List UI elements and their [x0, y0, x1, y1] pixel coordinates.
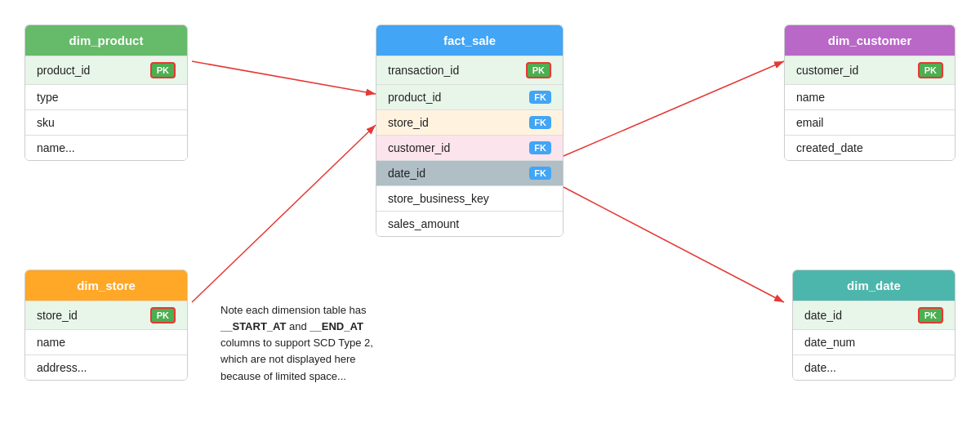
- table-row: name: [785, 84, 955, 109]
- table-dim-date: dim_date date_id PK date_num date...: [792, 270, 956, 381]
- arrow-product: [192, 61, 376, 94]
- table-row: type: [25, 84, 187, 109]
- dim-product-header: dim_product: [25, 25, 187, 56]
- table-row: sku: [25, 109, 187, 135]
- fk-badge: FK: [529, 91, 551, 104]
- field-label: name: [796, 91, 825, 104]
- field-label: type: [37, 91, 58, 104]
- table-row: date_id PK: [793, 301, 955, 329]
- field-label: date_id: [804, 309, 842, 322]
- arrow-date: [564, 187, 784, 302]
- table-dim-product: dim_product product_id PK type sku name.…: [24, 25, 188, 161]
- field-label: transaction_id: [388, 64, 459, 77]
- table-row: product_id PK: [25, 56, 187, 84]
- table-row: store_business_key: [376, 185, 563, 211]
- fk-badge: FK: [529, 167, 551, 180]
- table-row: transaction_id PK: [376, 56, 563, 84]
- table-row: date_id FK: [376, 160, 563, 185]
- pk-badge: PK: [150, 62, 176, 78]
- table-row: address...: [25, 355, 187, 380]
- field-label: name...: [37, 141, 75, 154]
- diagram-container: dim_product product_id PK type sku name.…: [0, 0, 980, 446]
- field-label: name: [37, 336, 65, 349]
- field-label: product_id: [388, 91, 441, 104]
- field-label: product_id: [37, 64, 90, 77]
- table-dim-customer: dim_customer customer_id PK name email c…: [784, 25, 956, 161]
- fk-badge: FK: [529, 116, 551, 129]
- field-label: store_id: [37, 309, 78, 322]
- note-text: Note each dimension table has __START_AT…: [220, 302, 376, 385]
- pk-badge: PK: [150, 307, 176, 323]
- field-label: date...: [804, 361, 836, 374]
- table-row: created_date: [785, 135, 955, 160]
- arrow-customer: [564, 61, 784, 156]
- pk-badge: PK: [918, 62, 943, 78]
- table-row: product_id FK: [376, 84, 563, 109]
- table-row: date...: [793, 355, 955, 380]
- table-row: name...: [25, 135, 187, 160]
- dim-store-header: dim_store: [25, 270, 187, 301]
- field-label: address...: [37, 361, 87, 374]
- fk-badge: FK: [529, 141, 551, 154]
- field-label: email: [796, 116, 823, 129]
- field-label: store_id: [388, 116, 429, 129]
- table-row: email: [785, 109, 955, 135]
- table-row: date_num: [793, 329, 955, 355]
- dim-customer-header: dim_customer: [785, 25, 955, 56]
- arrow-store: [192, 125, 376, 302]
- field-label: customer_id: [796, 64, 858, 77]
- field-label: sku: [37, 116, 55, 129]
- fact-sale-header: fact_sale: [376, 25, 563, 56]
- table-row: customer_id PK: [785, 56, 955, 84]
- table-dim-store: dim_store store_id PK name address...: [24, 270, 188, 381]
- table-row: customer_id FK: [376, 135, 563, 160]
- field-label: sales_amount: [388, 217, 459, 230]
- field-label: customer_id: [388, 141, 450, 154]
- pk-badge: PK: [526, 62, 551, 78]
- table-row: sales_amount: [376, 211, 563, 236]
- table-row: name: [25, 329, 187, 355]
- field-label: store_business_key: [388, 192, 489, 205]
- dim-date-header: dim_date: [793, 270, 955, 301]
- field-label: date_num: [804, 336, 855, 349]
- table-row: store_id PK: [25, 301, 187, 329]
- field-label: created_date: [796, 141, 863, 154]
- table-fact-sale: fact_sale transaction_id PK product_id F…: [376, 25, 564, 237]
- pk-badge: PK: [918, 307, 943, 323]
- table-row: store_id FK: [376, 109, 563, 135]
- field-label: date_id: [388, 167, 425, 180]
